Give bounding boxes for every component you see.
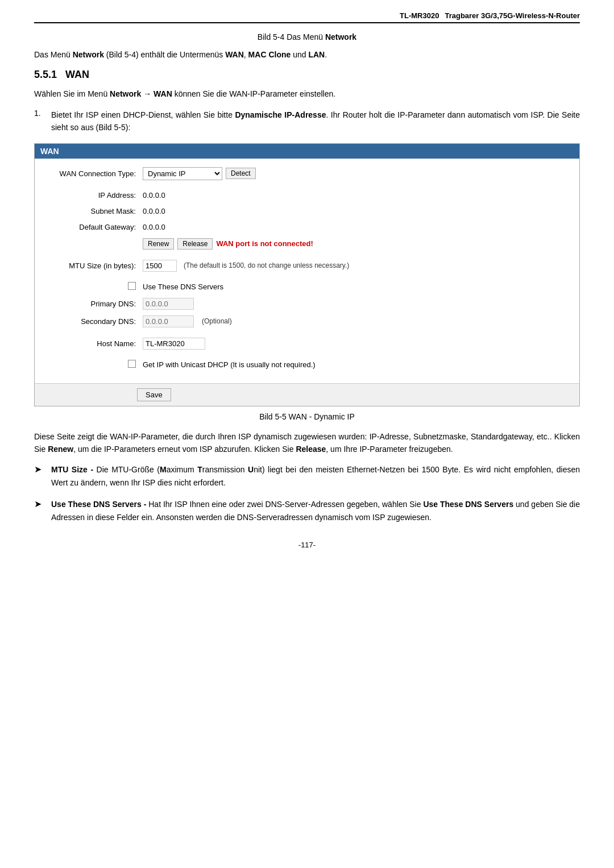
- page: TL-MR3020 Tragbarer 3G/3,75G-Wireless-N-…: [0, 0, 614, 868]
- header-title: Tragbarer 3G/3,75G-Wireless-N-Router: [445, 11, 580, 20]
- intro-sep2: und: [291, 50, 308, 59]
- intro-paragraph: Das Menü Network (Bild 5-4) enthält die …: [34, 48, 580, 61]
- unicast-checkbox-field: Get IP with Unicast DHCP (It is usually …: [143, 360, 574, 369]
- intro-bold4: LAN: [308, 50, 325, 59]
- bullet-item-1: ➤ MTU Size - Die MTU-Größe (Maximum Tran…: [34, 463, 580, 489]
- host-name-label: Host Name:: [40, 339, 143, 348]
- host-name-input[interactable]: [143, 338, 205, 350]
- default-gateway-field: 0.0.0.0: [143, 223, 574, 231]
- secondary-dns-hint: (Optional): [202, 317, 232, 325]
- wan-intro-bold1: Network: [110, 89, 141, 98]
- header: TL-MR3020 Tragbarer 3G/3,75G-Wireless-N-…: [34, 11, 580, 23]
- ip-address-value: 0.0.0.0: [143, 191, 165, 200]
- primary-dns-input[interactable]: [143, 298, 194, 310]
- mtu-size-field: (The default is 1500, do not change unle…: [143, 260, 574, 272]
- bullet-item-2: ➤ Use These DNS Servers - Hat Ihr ISP Ih…: [34, 498, 580, 524]
- default-gateway-row: Default Gateway: 0.0.0.0: [35, 219, 579, 235]
- wan-box-header: WAN: [35, 144, 579, 159]
- renew-release-field: Renew Release WAN port is not connected!: [143, 238, 574, 250]
- connection-type-field: Dynamic IP Detect: [143, 167, 574, 180]
- intro-mid: (Bild 5-4) enthält die Untermenüs: [104, 50, 225, 59]
- mtu-size-row: MTU Size (in bytes): (The default is 150…: [35, 257, 579, 275]
- intro-prefix: Das Menü: [34, 50, 73, 59]
- mtu-hint: (The default is 1500, do not change unle…: [184, 261, 349, 269]
- renew-button[interactable]: Renew: [143, 238, 174, 250]
- intro-bold1: Network: [73, 50, 104, 59]
- figure4-caption: Bild 5-4 Das Menü Network: [34, 32, 580, 41]
- wan-footer: Save: [35, 383, 579, 406]
- figure4-caption-bold: Network: [325, 32, 356, 41]
- subnet-mask-field: 0.0.0.0: [143, 207, 574, 215]
- bullet1-text: Die MTU-Größe (Maximum Transmission Unit…: [51, 465, 580, 487]
- dns-checkbox-spacer: [40, 282, 143, 292]
- bullet1-m: M: [160, 465, 167, 474]
- wan-box: WAN WAN Connection Type: Dynamic IP Dete…: [34, 143, 580, 406]
- connection-type-label: WAN Connection Type:: [40, 169, 143, 178]
- bullet1-u: U: [248, 465, 254, 474]
- host-name-field: [143, 338, 574, 350]
- section-title: WAN: [65, 69, 89, 80]
- section-number: 5.5.1: [34, 69, 57, 80]
- secondary-dns-input[interactable]: [143, 315, 194, 327]
- unicast-checkbox-spacer: [40, 360, 143, 369]
- ip-address-row: IP Address: 0.0.0.0: [35, 188, 579, 203]
- dns-checkbox[interactable]: [128, 282, 136, 290]
- default-gateway-label: Default Gateway:: [40, 223, 143, 231]
- unicast-checkbox[interactable]: [128, 360, 136, 368]
- wan-connection-type-row: WAN Connection Type: Dynamic IP Detect: [35, 164, 579, 183]
- wan-intro-prefix: Wählen Sie im Menü: [34, 89, 110, 98]
- primary-dns-label: Primary DNS:: [40, 300, 143, 308]
- figure4-caption-prefix: Bild 5-4 Das Menü: [258, 32, 325, 41]
- wan-intro-text: Wählen Sie im Menü Network → WAN können …: [34, 88, 580, 100]
- bullet2-text1: Hat Ihr ISP Ihnen eine oder zwei DNS-Ser…: [146, 500, 423, 509]
- intro-bold2: WAN: [225, 50, 244, 59]
- desc-bold2: Release: [296, 445, 326, 454]
- dns-checkbox-field: Use These DNS Servers: [143, 283, 574, 291]
- bullet2-bold1: Use These DNS Servers -: [51, 500, 146, 509]
- mtu-size-label: MTU Size (in bytes):: [40, 261, 143, 270]
- bullet-arrow-1: ➤: [34, 463, 51, 475]
- section-heading: 5.5.1 WAN: [34, 69, 580, 81]
- primary-dns-field: [143, 298, 574, 310]
- numbered-item-1: 1. Bietet Ihr ISP einen DHCP-Dienst, wäh…: [34, 109, 580, 134]
- bullet-content-2: Use These DNS Servers - Hat Ihr ISP Ihne…: [51, 498, 580, 524]
- dns-checkbox-row: Use These DNS Servers: [35, 279, 579, 295]
- connection-type-select[interactable]: Dynamic IP: [143, 167, 222, 180]
- figure5-caption: Bild 5-5 WAN - Dynamic IP: [34, 412, 580, 421]
- bullet2-bold2: Use These DNS Servers: [423, 500, 513, 509]
- desc-bold1: Renew: [48, 445, 73, 454]
- intro-sep1: ,: [244, 50, 248, 59]
- numbered-item-1-content: Bietet Ihr ISP einen DHCP-Dienst, wählen…: [51, 109, 580, 134]
- detect-button[interactable]: Detect: [226, 168, 256, 179]
- not-connected-text: WAN port is not connected!: [216, 239, 313, 248]
- subnet-mask-row: Subnet Mask: 0.0.0.0: [35, 203, 579, 219]
- bullet-arrow-2: ➤: [34, 498, 51, 509]
- wan-box-body: WAN Connection Type: Dynamic IP Detect I…: [35, 159, 579, 383]
- ip-address-label: IP Address:: [40, 191, 143, 200]
- release-button[interactable]: Release: [177, 238, 213, 250]
- figure5-caption-text: Bild 5-5 WAN - Dynamic IP: [259, 412, 355, 421]
- unicast-checkbox-row: Get IP with Unicast DHCP (It is usually …: [35, 357, 579, 373]
- default-gateway-value: 0.0.0.0: [143, 223, 165, 231]
- save-button[interactable]: Save: [137, 388, 171, 401]
- mtu-input[interactable]: [143, 260, 177, 272]
- secondary-dns-field: (Optional): [143, 315, 574, 327]
- host-name-row: Host Name:: [35, 335, 579, 352]
- intro-suffix: .: [325, 50, 327, 59]
- page-number: -117-: [34, 541, 580, 549]
- subnet-mask-value: 0.0.0.0: [143, 207, 165, 215]
- subnet-mask-label: Subnet Mask:: [40, 207, 143, 215]
- numbered-item-1-num: 1.: [34, 109, 51, 134]
- secondary-dns-label: Secondary DNS:: [40, 317, 143, 326]
- item1-prefix: Bietet Ihr ISP einen DHCP-Dienst, wählen…: [51, 110, 235, 119]
- bullet1-bold: MTU Size -: [51, 465, 93, 474]
- primary-dns-row: Primary DNS:: [35, 295, 579, 313]
- intro-bold3: MAC Clone: [248, 50, 291, 59]
- wan-intro-arrow: →: [141, 89, 154, 98]
- renew-release-row: Renew Release WAN port is not connected!: [35, 235, 579, 252]
- wan-intro-bold2: WAN: [154, 89, 172, 98]
- dns-checkbox-label: Use These DNS Servers: [143, 283, 223, 291]
- secondary-dns-row: Secondary DNS: (Optional): [35, 313, 579, 330]
- unicast-label: Get IP with Unicast DHCP (It is usually …: [143, 360, 316, 369]
- ip-address-field: 0.0.0.0: [143, 191, 574, 200]
